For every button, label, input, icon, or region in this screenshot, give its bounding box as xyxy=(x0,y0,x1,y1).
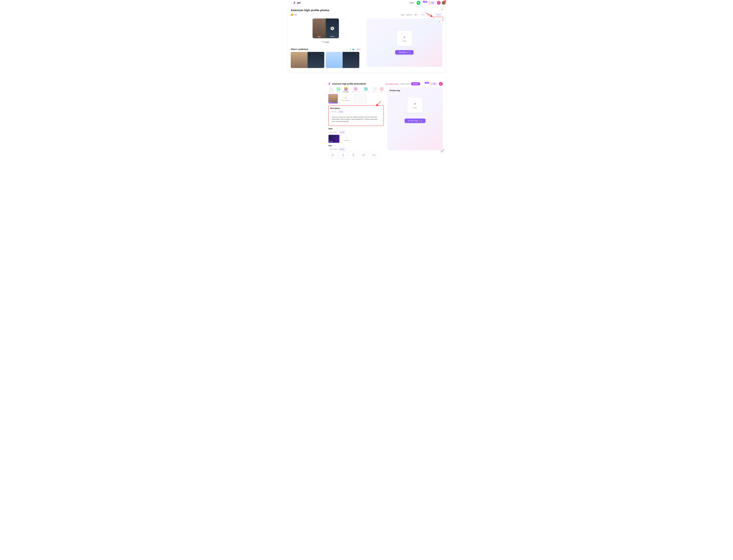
credits-bonus-badge: +350 xyxy=(425,82,429,84)
fork-label: Fork 5 xyxy=(436,14,441,16)
zoom-icon[interactable]: 🔍 xyxy=(356,53,358,55)
tab-facevideo[interactable]: FaceVideo xyxy=(343,87,349,93)
logo-mark-icon xyxy=(293,1,296,4)
tab-size[interactable]: Size xyxy=(380,87,384,93)
face-thumbnail[interactable]: Face xyxy=(328,94,338,103)
creator-bonus-link[interactable]: Get creator bonus xyxy=(385,83,398,85)
preview-title: Preview App xyxy=(390,90,440,92)
logo-text: .art xyxy=(296,1,301,4)
aspect-tall-icon xyxy=(353,154,354,156)
svg-line-1 xyxy=(376,101,381,106)
divider xyxy=(422,82,422,85)
editor-title: American high profile photos(fork) xyxy=(328,83,366,85)
author-avatar-icon xyxy=(291,13,293,16)
size-option-portrait[interactable] xyxy=(339,152,347,158)
size-option-landscape[interactable] xyxy=(359,152,368,158)
result-label: Result xyxy=(330,36,334,37)
aspect-portrait-icon xyxy=(342,154,344,156)
others-published-title: Others' published xyxy=(291,48,308,50)
comment-button[interactable]: 💬 2 xyxy=(426,13,432,16)
magic-wand-icon: ✎ xyxy=(322,41,324,43)
plus-icon: + xyxy=(403,35,405,39)
credits-pill[interactable]: ⚡ 703 xyxy=(428,82,437,86)
tab-describe[interactable]: Describe xyxy=(329,87,334,93)
users-icon: 👥 xyxy=(352,49,354,50)
close-button[interactable]: ✕ xyxy=(441,8,444,11)
tab-word-art[interactable]: Word Art xyxy=(372,87,377,93)
preview-face-dropzone[interactable]: + Face xyxy=(407,97,423,113)
image-icon xyxy=(337,87,340,91)
fork-button[interactable]: ⑂ Fork 5 xyxy=(433,13,442,16)
users-count: 6 Users xyxy=(356,49,361,50)
mode-userchoose[interactable]: User choose xyxy=(328,131,338,134)
try-your-app-button[interactable]: Try Your App ⚡ 1 xyxy=(405,119,426,123)
size-option-wide[interactable] xyxy=(369,152,378,158)
size-tab-icon xyxy=(380,87,384,91)
create-button[interactable]: ✎ Create xyxy=(320,40,331,44)
size-option-tall[interactable] xyxy=(349,152,358,158)
logo-mark-icon xyxy=(328,83,331,85)
input-output-preview[interactable]: Input Result xyxy=(313,18,339,38)
facevideo-icon xyxy=(344,87,348,91)
mode-userfill[interactable]: User fill xyxy=(330,111,337,113)
check-icon: ● xyxy=(400,83,401,85)
play-icon[interactable] xyxy=(331,27,334,30)
style-preset-serene[interactable]: Pro Serene xyxy=(328,135,340,143)
credits-pill[interactable]: ⚡ 703 xyxy=(427,1,436,5)
add-style-button[interactable]: + Add Style xyxy=(341,135,352,143)
help-button[interactable]: 💬 xyxy=(440,150,444,153)
mode-userchoose[interactable]: User choose xyxy=(328,148,338,151)
face-tag: Face xyxy=(329,102,332,103)
annotation-arrow-icon xyxy=(375,100,382,108)
wechat-icon[interactable] xyxy=(417,1,420,5)
aspect-wide-icon xyxy=(372,154,375,156)
aspect-landscape-icon xyxy=(362,154,365,156)
face-label: Face xyxy=(413,107,417,109)
user-icon xyxy=(344,96,347,99)
user-avatar[interactable]: Y xyxy=(439,82,443,86)
tab-group-photo[interactable]: Group Photo xyxy=(362,87,370,93)
page-title: American high profile photos xyxy=(291,9,442,12)
build-button[interactable]: Build xyxy=(408,1,415,4)
comment-icon: 💬 xyxy=(427,14,430,16)
comment-count: 2 xyxy=(430,14,431,16)
wordart-icon xyxy=(373,87,377,91)
empty-slot[interactable] xyxy=(354,94,367,103)
description-textarea[interactable]: Close-up, young man, black hat, double p… xyxy=(330,114,382,124)
secondary-avatar[interactable]: 13 xyxy=(442,1,446,5)
share-button[interactable]: ↗ 4 xyxy=(420,13,425,16)
group-photo-icon xyxy=(364,87,368,91)
digital-avatar-icon xyxy=(354,87,357,91)
bolt-icon: ⚡ xyxy=(429,2,431,4)
aspect-square-icon xyxy=(332,154,334,156)
user-avatar[interactable]: Y xyxy=(437,1,441,5)
face-label: Face xyxy=(403,40,406,42)
share-icon: ↗ xyxy=(421,14,422,16)
mode-preset[interactable]: Preset xyxy=(338,111,344,113)
input-label: Input xyxy=(317,36,321,37)
describe-icon xyxy=(330,87,333,91)
credits-bonus-badge: +350 xyxy=(423,1,427,3)
publish-button[interactable]: Publish xyxy=(411,82,420,85)
user-upload-slot[interactable]: User Upload xyxy=(339,94,352,103)
size-option-square[interactable] xyxy=(328,152,337,158)
published-item[interactable]: 🔍 xyxy=(326,52,359,68)
history-button[interactable]: ↺ xyxy=(437,20,441,23)
face-upload-dropzone[interactable]: + Face xyxy=(397,31,412,46)
share-count: 4 xyxy=(423,14,424,16)
api-button[interactable]: API xyxy=(413,13,418,16)
mode-preset[interactable]: Preset xyxy=(339,131,345,134)
tab-image[interactable]: Image xyxy=(336,87,340,93)
app-logo[interactable]: .art xyxy=(293,1,301,4)
zoom-icon[interactable]: 🔍 xyxy=(321,53,323,55)
plus-icon: + xyxy=(346,137,347,139)
tab-digital-avatar[interactable]: Digital Avatar xyxy=(352,87,359,93)
published-item[interactable]: 🔍 xyxy=(291,52,324,68)
online-dot-icon xyxy=(350,49,351,50)
author-chip[interactable]: Ben xyxy=(291,13,297,16)
generate-button[interactable]: Generate ⚡ 1 xyxy=(395,50,414,55)
bolt-icon: ⚡ xyxy=(407,52,408,53)
mode-preset[interactable]: Preset xyxy=(339,148,345,151)
plus-icon: + xyxy=(414,102,416,106)
autosave-status: ● Auto saved xyxy=(400,83,410,85)
